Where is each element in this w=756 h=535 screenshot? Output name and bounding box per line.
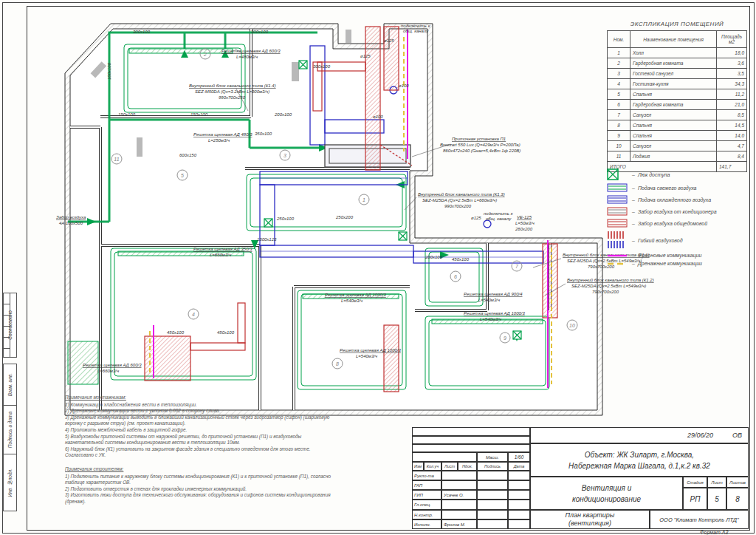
explication-row: 1Холл18,0: [608, 48, 747, 58]
explication-row: 3Гостевой санузел3,5: [608, 69, 747, 79]
drain-line-icon: [607, 262, 629, 266]
explication-row: 5Спальня11,2: [608, 89, 747, 100]
note-line: 4) Проложить межблочный кабель в защитно…: [65, 427, 406, 434]
explication-row: 11Лоджия8,4: [608, 151, 747, 162]
explication-row: 6Гардеробная комната21,0: [608, 100, 747, 110]
col-izm: Изм: [412, 462, 424, 471]
margin-box-inv-num: Инв. №подл.: [3, 454, 17, 511]
note-line: нагнетательной системы кондиционирования…: [65, 440, 406, 446]
doc-date: 29/06/20: [687, 432, 713, 439]
doc-title-line2: (вентиляция): [568, 519, 611, 528]
col-koluch: Кол.уч: [424, 462, 441, 471]
legend-label: Забор воздуха от кондиционера: [638, 209, 717, 214]
legend-item: – Фреоновые коммуникации: [607, 253, 751, 258]
legend-label: Люк доступа: [638, 172, 670, 177]
return-air-building-icon: [607, 219, 629, 228]
role-3: Гл.спец.: [412, 500, 441, 510]
explication-row: 4Гостиная-кухня34,3: [608, 79, 747, 89]
sheet-value: 5: [707, 488, 726, 510]
col-podpis: Подпись: [477, 462, 508, 471]
margin-label-sign-date: Подпись и дата: [7, 412, 13, 448]
legend-label: Забор воздуха общедомовой: [638, 221, 707, 226]
note-line: 3) Дренажные коммуникации выводить в бли…: [65, 415, 406, 421]
object-line2: Набережная Марка Шагала, д.1,к.2 кв.32: [568, 460, 710, 471]
explication-row: 8Спальня14,5: [608, 120, 747, 131]
margin-box-approved: Согласовано: [3, 293, 17, 358]
legend-item: – Подача охлажденного воздуха: [607, 195, 751, 204]
note-line: 2) Дренажные коммуникации вести с уклоно…: [65, 408, 406, 415]
legend-item: – Дренажные коммуникации: [607, 261, 751, 266]
explication-title: ЭКСПЛИКАЦИЯ ПОМЕЩЕНИЙ: [607, 21, 747, 27]
legend-item: – Забор воздуха общедомовой: [607, 219, 751, 228]
access-hatch-icon: [607, 168, 629, 180]
explication-panel: ЭКСПЛИКАЦИЯ ПОМЕЩЕНИЙ Ном. Наименование …: [607, 21, 747, 172]
note-line: таблице характеристик ОВ.: [65, 480, 406, 486]
col-data: Дата: [508, 462, 530, 471]
explication-table: Ном. Наименование помещения Площадь м2 1…: [607, 30, 747, 172]
explication-row: 10Санузел4,7: [608, 141, 747, 151]
notes-montage-title: Примечания монтажникам:: [65, 395, 406, 401]
margin-label-inv-num: Инв. №подл.: [7, 468, 13, 497]
col-header-num: Ном.: [608, 31, 630, 48]
legend-panel: – Люк доступа – Подача свежего воздуха –…: [607, 168, 751, 269]
fresh-air-duct-icon: [607, 183, 629, 192]
format-label: Формат А3: [700, 530, 728, 535]
role-5: Исполн.: [412, 519, 441, 529]
company-name: ООО "Климат Контроль ЛТД": [650, 510, 749, 529]
legend-item: – Люк доступа: [607, 168, 751, 180]
drawing-sheet: { "sheet": { "format_label": "Формат А3"…: [0, 0, 756, 535]
doc-code: ОВ: [732, 432, 742, 439]
flexible-duct-icon: [607, 231, 629, 250]
note-line: Согласовано с УК.: [65, 452, 406, 459]
note-line: 1) Подключить питание к наружному блоку …: [65, 474, 406, 480]
notes-montage: Примечания монтажникам: 1) Коммуникации …: [65, 395, 406, 459]
scale-label: Масш.: [477, 452, 508, 462]
legend-item: – Подача свежего воздуха: [607, 183, 751, 192]
role-4: Н.контр.: [412, 510, 441, 519]
legend-label: Подача охлажденного воздуха: [638, 197, 711, 202]
name-1: [441, 480, 477, 490]
margin-box-subst-inv: Взам. инв.: [3, 364, 17, 406]
name-5: Фролов М.: [441, 519, 477, 529]
margin-label-approved: Согласовано: [7, 310, 13, 340]
col-ndok: Ндок.: [458, 462, 477, 471]
section-line2: кондиционирование: [572, 494, 641, 505]
notes-panel: Примечания монтажникам: 1) Коммуникации …: [65, 395, 406, 513]
notes-builders: Примечания строителям: 1) Подключить пит…: [65, 466, 406, 505]
note-line: 6) Наружный блок (К1) установить на закр…: [65, 446, 406, 453]
name-0: [441, 471, 477, 480]
margin-box-sign-date: Подпись и дата: [3, 405, 17, 455]
sheets-value: 8: [726, 488, 749, 510]
cooled-air-duct-icon: [607, 195, 629, 204]
legend-label: Подача свежего воздуха: [638, 185, 697, 191]
legend-label: Фреоновые коммуникации: [638, 253, 702, 258]
legend-label: Гибкий воздуховод: [638, 238, 683, 243]
explication-row: 9Спальня14,0: [608, 131, 747, 141]
role-1: ГАП: [412, 480, 441, 490]
notes-montage-lines: 1) Коммуникации хладоснабжения вести в т…: [65, 402, 406, 459]
note-line: (дренаж).: [65, 499, 406, 505]
note-line: 1) Коммуникации хладоснабжения вести в т…: [65, 402, 406, 409]
note-line: 2) Подготовить отверстия в стенах для пр…: [65, 486, 406, 493]
margin-label-subst-inv: Взам. инв.: [7, 373, 13, 396]
stage-value: РП: [683, 488, 707, 510]
legend-label: Дренажные коммуникации: [638, 261, 702, 266]
note-line: 3) Изготовить люки доступа для техническ…: [65, 492, 406, 499]
return-air-conditioner-icon: [607, 207, 629, 216]
stage-label: Стадия: [683, 477, 707, 488]
note-line: 5) Воздуховоды приточной системы от нару…: [65, 434, 406, 440]
scale-value: 1/60: [508, 452, 530, 462]
sheets-label: Листов: [726, 477, 749, 488]
notes-builders-title: Примечания строителям:: [65, 466, 406, 473]
explication-row: 7Санузел8,5: [608, 110, 747, 120]
legend-item: – Гибкий воздуховод: [607, 231, 751, 250]
name-3: [441, 500, 477, 510]
notes-builders-lines: 1) Подключить питание к наружному блоку …: [65, 474, 406, 505]
note-line: воронку с разрывом струи) (см. проект ка…: [65, 420, 406, 427]
object-line1: Объект: ЖК Зиларт, г.Москва,: [585, 449, 694, 460]
doc-title-line1: План квартиры: [566, 511, 615, 519]
role-0: Рукло-та: [412, 471, 441, 480]
role-2: ГИП: [412, 490, 441, 500]
explication-row: 2Гардеробная комната3,6: [608, 58, 747, 69]
col-list: Лист: [441, 462, 458, 471]
